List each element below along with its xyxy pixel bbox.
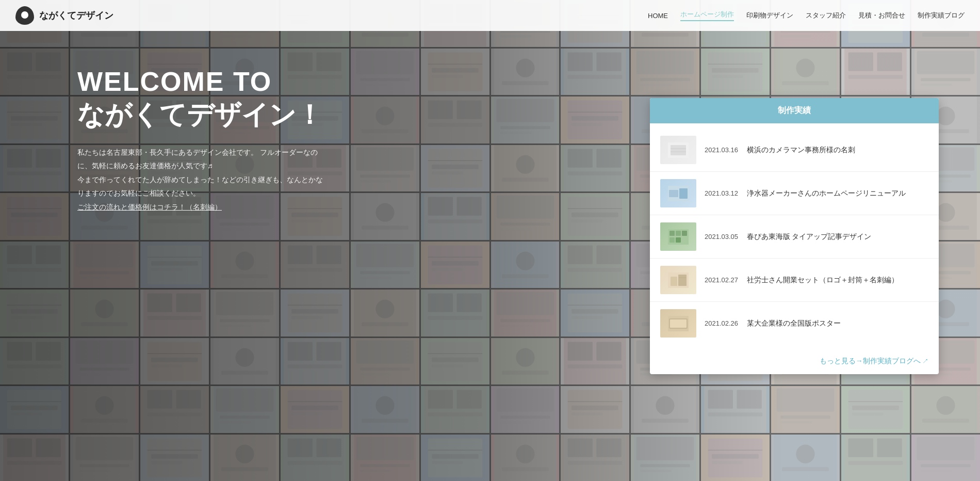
card-title-5: 某大企業様の全国版ポスター <box>747 319 841 327</box>
nav-home[interactable]: HOME <box>648 12 668 20</box>
nav-estimate[interactable]: 見積・お問合せ <box>858 11 905 20</box>
svg-rect-544 <box>670 319 687 328</box>
main-nav: HOME ホームページ制作 印刷物デザイン スタッフ紹介 見積・お問合せ 制作実… <box>648 10 965 21</box>
card-item-2[interactable]: 2021.03.12 浄水器メーカーさんのホームページリニューアル <box>650 172 939 215</box>
svg-rect-530 <box>669 190 678 197</box>
hero-welcome-line1: WELCOME TO <box>77 67 323 97</box>
nav-blog[interactable]: 制作実績ブログ <box>918 11 965 20</box>
card-info-2: 2021.03.12 浄水器メーカーさんのホームページリニューアル <box>705 188 928 198</box>
card-title-4: 社労士さん開業セット（ロゴ＋封筒＋名刺編） <box>747 276 899 284</box>
svg-rect-535 <box>682 231 687 236</box>
header: ながくてデザイン HOME ホームページ制作 印刷物デザイン スタッフ紹介 見積… <box>0 0 980 31</box>
nav-print[interactable]: 印刷物デザイン <box>746 11 793 20</box>
nav-homepage[interactable]: ホームページ制作 <box>680 10 734 21</box>
card-item-4[interactable]: 2021.02.27 社労士さん開業セット（ロゴ＋封筒＋名刺編） <box>650 259 939 302</box>
svg-rect-531 <box>679 188 688 199</box>
svg-rect-540 <box>678 275 687 286</box>
more-link[interactable]: もっと見る→制作実績ブログへ <box>820 357 928 365</box>
card-title-2: 浄水器メーカーさんのホームページリニューアル <box>747 189 906 197</box>
svg-rect-536 <box>669 237 675 243</box>
card-date-4: 2021.02.27 <box>705 276 738 284</box>
card-info-4: 2021.02.27 社労士さん開業セット（ロゴ＋封筒＋名刺編） <box>705 275 928 285</box>
order-flow-link[interactable]: ご注文の流れと価格例はコチラ！（名刺編） <box>77 203 222 211</box>
card-date-1: 2021.03.16 <box>705 146 738 154</box>
hero-welcome-line2: ながくてデザイン！ <box>77 99 323 131</box>
card-thumb-1 <box>660 136 696 164</box>
logo-area[interactable]: ながくてデザイン <box>15 6 113 25</box>
card-item-3[interactable]: 2021.03.05 春ぴあ東海版 タイアップ記事デザイン <box>650 215 939 259</box>
card-header: 制作実績 <box>650 98 939 123</box>
hero-description: 私たちは名古屋東部・長久手にあるデザイン会社です。 フルオーダーなの に、気軽に… <box>77 146 323 214</box>
hero-content: WELCOME TO ながくてデザイン！ 私たちは名古屋東部・長久手にあるデザイ… <box>77 67 323 214</box>
card-thumb-2 <box>660 179 696 207</box>
card-info-1: 2021.03.16 横浜のカメラマン事務所様の名刺 <box>705 145 928 155</box>
logo-icon <box>15 6 34 25</box>
svg-rect-539 <box>671 277 677 286</box>
svg-rect-526 <box>671 145 686 155</box>
logo-text: ながくてデザイン <box>39 9 113 22</box>
card-date-5: 2021.02.26 <box>705 319 738 327</box>
card-thumb-3 <box>660 222 696 251</box>
svg-rect-534 <box>676 231 681 236</box>
card-title-3: 春ぴあ東海版 タイアップ記事デザイン <box>747 232 872 241</box>
svg-rect-533 <box>669 231 675 236</box>
card-thumb-5 <box>660 309 696 338</box>
card-date-2: 2021.03.12 <box>705 189 738 197</box>
card-info-5: 2021.02.26 某大企業様の全国版ポスター <box>705 318 928 328</box>
card-date-3: 2021.03.05 <box>705 233 738 241</box>
card-item-1[interactable]: 2021.03.16 横浜のカメラマン事務所様の名刺 <box>650 129 939 172</box>
card-item-5[interactable]: 2021.02.26 某大企業様の全国版ポスター <box>650 302 939 345</box>
card-more: もっと見る→制作実績ブログへ <box>650 350 939 374</box>
hero-section: // Generate 140 background cells inline … <box>0 0 980 481</box>
sidebar-card: 制作実績 2021.03.16 横浜のカメラマン事務所様の名刺 <box>650 98 939 374</box>
card-info-3: 2021.03.05 春ぴあ東海版 タイアップ記事デザイン <box>705 232 928 242</box>
card-title-1: 横浜のカメラマン事務所様の名刺 <box>747 146 855 154</box>
card-thumb-4 <box>660 266 696 294</box>
svg-rect-537 <box>676 237 681 243</box>
nav-staff[interactable]: スタッフ紹介 <box>806 11 846 20</box>
card-body: 2021.03.16 横浜のカメラマン事務所様の名刺 2021.03.12 浄水… <box>650 123 939 350</box>
